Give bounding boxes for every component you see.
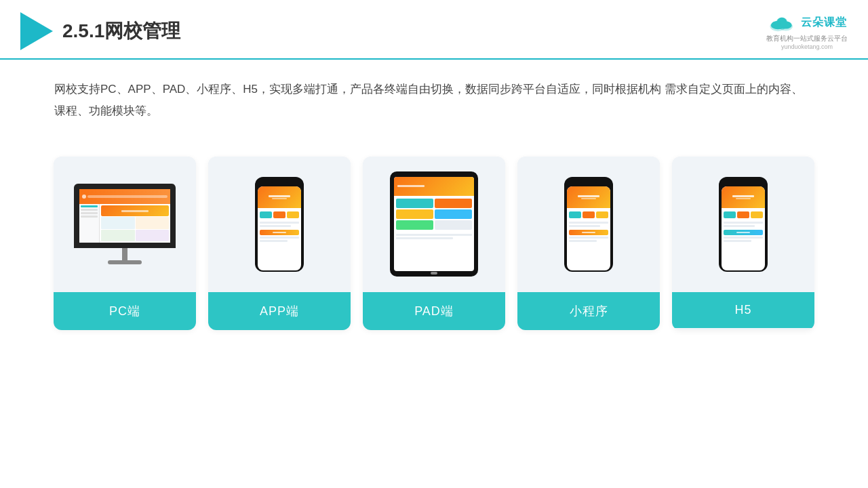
- card-h5: H5: [672, 157, 814, 330]
- monitor-stand: [122, 248, 127, 260]
- monitor-screen: [74, 184, 176, 248]
- h5-phone-notch: [735, 179, 751, 183]
- card-pad-image: [363, 157, 505, 292]
- card-pc-image: [54, 157, 196, 292]
- header: 2.5.1网校管理 云朵课堂 教育机构一站式服务云平台 yunduoketang…: [0, 0, 868, 60]
- card-h5-label: H5: [672, 292, 814, 328]
- svg-point-7: [781, 22, 791, 28]
- monitor-base: [108, 260, 142, 264]
- miniapp-phone-notch: [580, 179, 597, 183]
- logo-triangle-icon: [20, 12, 53, 50]
- h5-phone-body: [719, 177, 768, 272]
- card-pc-label: PC端: [54, 292, 196, 330]
- card-h5-image: [672, 157, 814, 292]
- tablet-mockup: [390, 171, 478, 277]
- tablet-home-btn: [431, 272, 437, 274]
- header-left: 2.5.1网校管理: [20, 12, 180, 50]
- card-app-label: APP端: [208, 292, 351, 330]
- cloud-icon: [767, 12, 797, 33]
- card-app-image: [208, 157, 351, 292]
- description-text: 网校支持PC、APP、PAD、小程序、H5，实现多端打通，产品各终端自由切换，数…: [0, 60, 868, 129]
- app-phone-mockup: [255, 177, 304, 272]
- brand-url: yunduoketang.com: [781, 43, 833, 50]
- card-miniapp: 小程序: [517, 157, 660, 330]
- app-phone-notch: [271, 179, 288, 183]
- card-app: APP端: [208, 157, 351, 330]
- tablet-body: [390, 171, 478, 277]
- page-title: 2.5.1网校管理: [62, 18, 180, 44]
- cloud-logo-container: 云朵课堂: [767, 12, 847, 33]
- brand-tagline: 教育机构一站式服务云平台: [766, 34, 848, 43]
- card-pc: PC端: [54, 157, 196, 330]
- card-pad-label: PAD端: [363, 292, 505, 330]
- app-phone-body: [255, 177, 304, 272]
- brand-logo: 云朵课堂 教育机构一站式服务云平台 yunduoketang.com: [766, 12, 848, 50]
- miniapp-phone-body: [564, 177, 613, 272]
- card-miniapp-label: 小程序: [517, 292, 660, 330]
- card-miniapp-image: [517, 157, 660, 292]
- card-pad: PAD端: [363, 157, 505, 330]
- miniapp-phone-mockup: [564, 177, 613, 272]
- cards-section: PC端: [0, 136, 868, 330]
- tablet-screen: [394, 177, 474, 271]
- h5-phone-mockup: [719, 177, 768, 272]
- brand-name: 云朵课堂: [801, 16, 847, 30]
- pc-monitor-mockup: [74, 184, 176, 264]
